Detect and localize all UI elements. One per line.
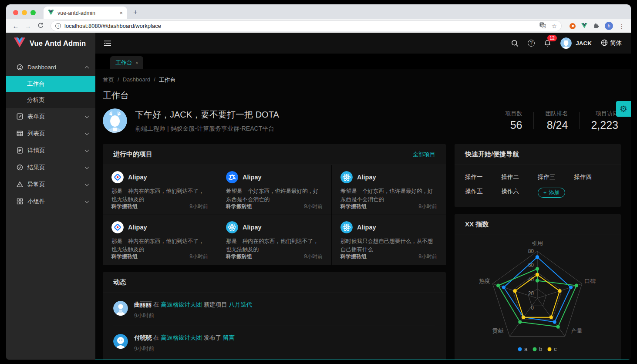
breadcrumb-home[interactable]: 首页 <box>103 76 114 84</box>
sidebar-item-exception[interactable]: 异常页 <box>6 176 95 193</box>
op-link[interactable]: 操作一 <box>465 173 502 181</box>
page-tab-workplace[interactable]: 工作台 × <box>110 56 143 69</box>
back-icon[interactable]: ← <box>10 22 21 30</box>
project-name[interactable]: Alipay <box>243 174 262 181</box>
minimize-window-button[interactable] <box>22 10 27 15</box>
notification-bell-icon[interactable]: 12 <box>544 39 551 47</box>
project-cards: Alipay那是一种内在的东西，他们到达不了，也无法触及的科学搬砖组9小时前Al… <box>103 165 446 265</box>
project-group[interactable]: 科学搬砖组 <box>340 203 367 210</box>
project-group[interactable]: 科学搬砖组 <box>111 203 138 210</box>
project-time: 9小时前 <box>189 203 208 210</box>
activity-group-link[interactable]: 高逼格设计天团 <box>161 334 202 341</box>
project-card[interactable]: Alipay那时候我只会想自己想要什么，从不想自己拥有什么科学搬砖组9小时前 <box>332 215 446 265</box>
project-group[interactable]: 科学搬砖组 <box>111 253 138 260</box>
sidebar: Vue Antd Admin Dashboard 工作台 分析页 <box>6 33 95 360</box>
puzzle-extensions-icon[interactable] <box>593 22 599 30</box>
tab-close-icon[interactable]: × <box>119 10 123 16</box>
chevron-down-icon <box>85 114 89 118</box>
page-tab-close-icon[interactable]: × <box>135 60 138 65</box>
op-link[interactable]: 操作三 <box>538 173 574 181</box>
project-desc: 希望是一个好东西，也许是最好的，好东西是不会消亡的 <box>226 187 323 203</box>
project-card[interactable]: Alipay希望是一个好东西，也许是最好的，好东西是不会消亡的科学搬砖组9小时前 <box>332 165 446 215</box>
role-text: 前端工程师 | 蚂蚁金服-计算服务事业群-REACT平台 <box>135 125 494 133</box>
zoom-window-button[interactable] <box>30 10 36 15</box>
stat-value: 56 <box>505 119 522 131</box>
close-window-button[interactable] <box>13 10 18 15</box>
all-projects-link[interactable]: 全部项目 <box>413 151 435 158</box>
op-link[interactable]: 操作四 <box>574 173 611 181</box>
browser-menu-icon[interactable]: ⋮ <box>619 23 625 30</box>
activity-target-link[interactable]: 八月迭代 <box>229 301 253 308</box>
project-name[interactable]: Alipay <box>357 174 376 181</box>
project-card[interactable]: Alipay那是一种内在的东西，他们到达不了，也无法触及的科学搬砖组9小时前 <box>217 215 331 265</box>
project-group[interactable]: 科学搬砖组 <box>226 203 252 210</box>
activity-feed: 曲丽丽 在 高逼格设计天团 新建项目 八月迭代 9小时前 <box>103 293 446 360</box>
sidebar-item-lists[interactable]: 列表页 <box>6 125 95 142</box>
site-info-icon[interactable]: i <box>55 23 61 29</box>
project-card[interactable]: Alipay那是一种内在的东西，他们到达不了，也无法触及的科学搬砖组9小时前 <box>103 215 217 265</box>
activity-user[interactable]: 付晓晓 <box>134 334 152 341</box>
avatar <box>103 108 127 133</box>
url-text[interactable]: localhost:8080/#/dashboard/workplace <box>64 23 536 29</box>
brand[interactable]: Vue Antd Admin <box>6 33 95 54</box>
activity-target-link[interactable]: 留言 <box>223 334 235 341</box>
stat-label: 团队排名 <box>545 110 568 118</box>
project-group[interactable]: 科学搬砖组 <box>226 253 252 260</box>
settings-gear-button[interactable]: ⚙ <box>616 101 631 117</box>
sidebar-item-results[interactable]: 结果页 <box>6 159 95 176</box>
bookmark-star-icon[interactable]: ☆ <box>551 23 557 30</box>
breadcrumb: 首页 / Dashboard / 工作台 <box>103 76 621 84</box>
activity-group-link[interactable]: 高逼格设计天团 <box>161 301 202 308</box>
user-menu[interactable]: JACK <box>560 37 592 49</box>
search-icon[interactable] <box>511 40 519 47</box>
sidebar-item-details[interactable]: 详情页 <box>6 142 95 159</box>
op-link[interactable]: 操作二 <box>502 173 538 181</box>
sidebar-item-forms[interactable]: 表单页 <box>6 108 95 125</box>
reload-icon[interactable] <box>35 22 45 30</box>
stat-value: 8/24 <box>545 119 568 131</box>
translate-icon[interactable]: 文A <box>539 22 546 30</box>
project-desc: 希望是一个好东西，也许是最好的，好东西是不会消亡的 <box>340 187 437 203</box>
project-name[interactable]: Alipay <box>128 224 147 231</box>
op-link[interactable]: 操作六 <box>502 188 538 198</box>
project-card[interactable]: Alipay希望是一个好东西，也许是最好的，好东西是不会消亡的科学搬砖组9小时前 <box>217 165 331 215</box>
stat-label: 项目访问 <box>591 110 618 118</box>
add-button-label: 添加 <box>549 189 559 196</box>
activity-user[interactable]: 曲丽丽 <box>134 301 152 308</box>
page-tab-label: 工作台 <box>115 59 132 67</box>
project-time: 9小时前 <box>189 253 208 260</box>
browser-tab-strip: vue-antd-admin × + <box>6 4 631 19</box>
project-name[interactable]: Alipay <box>357 224 376 231</box>
forward-icon[interactable]: → <box>23 22 33 30</box>
project-name[interactable]: Alipay <box>243 224 262 231</box>
sidebar-item-workplace[interactable]: 工作台 <box>6 76 95 92</box>
stat-value: 2,223 <box>591 119 618 131</box>
add-button[interactable]: + 添加 <box>538 188 565 198</box>
menu-fold-icon[interactable] <box>104 40 111 47</box>
browser-toolbar: ← → i localhost:8080/#/dashboard/workpla… <box>6 19 631 33</box>
op-link[interactable]: 操作五 <box>465 188 502 198</box>
url-bar[interactable]: i localhost:8080/#/dashboard/workplace 文… <box>51 20 562 31</box>
browser-profile-avatar[interactable]: h <box>605 22 613 30</box>
sidebar-item-dashboard[interactable]: Dashboard <box>6 59 95 76</box>
activity-avatar <box>113 334 128 349</box>
breadcrumb-dashboard[interactable]: Dashboard <box>123 76 151 84</box>
project-name[interactable]: Alipay <box>128 174 147 181</box>
sidebar-item-widgets[interactable]: 小组件 <box>6 193 95 210</box>
help-icon[interactable]: ? <box>528 40 535 47</box>
sidebar-item-analysis[interactable]: 分析页 <box>6 92 95 108</box>
vue-devtools-icon[interactable] <box>581 22 587 30</box>
chevron-up-icon <box>85 66 89 71</box>
breadcrumb-separator: / <box>118 76 119 84</box>
browser-tab-title: vue-antd-admin <box>57 10 116 16</box>
project-card[interactable]: Alipay那是一种内在的东西，他们到达不了，也无法触及的科学搬砖组9小时前 <box>103 165 217 215</box>
radar-panel: XX 指数 引用口碑产量贡献热度806040200abc <box>455 214 621 360</box>
extension-icon[interactable] <box>570 23 576 29</box>
project-group[interactable]: 科学搬砖组 <box>340 253 367 260</box>
radar-chart[interactable]: 引用口碑产量贡献热度806040200abc <box>455 235 621 360</box>
app-logo-icon <box>14 37 25 49</box>
locale-switcher[interactable]: 简体 <box>601 39 622 47</box>
projects-panel: 进行中的项目 全部项目 Alipay那是一种内在的东西，他们到达不了，也无法触及… <box>103 144 446 265</box>
browser-tab[interactable]: vue-antd-admin × <box>44 7 127 19</box>
new-tab-button[interactable]: + <box>127 8 138 19</box>
